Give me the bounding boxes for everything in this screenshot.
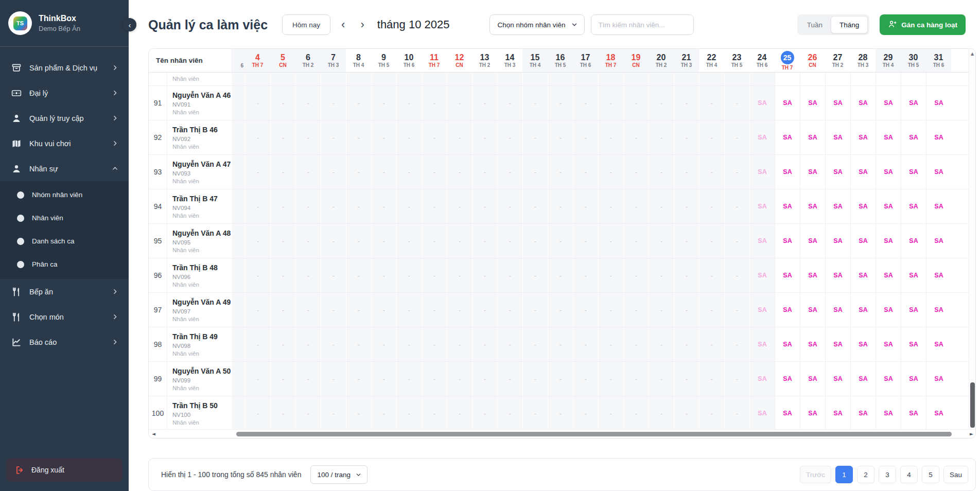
shift-cell[interactable]: - bbox=[346, 258, 371, 292]
shift-cell[interactable]: - bbox=[649, 362, 674, 396]
shift-cell[interactable]: SA bbox=[850, 258, 876, 292]
shift-cell[interactable] bbox=[497, 73, 522, 85]
shift-cell[interactable] bbox=[749, 73, 775, 85]
day-column-header[interactable]: 29 TH 4 bbox=[876, 49, 901, 72]
shift-cell[interactable]: - bbox=[472, 86, 497, 120]
shift-cell[interactable]: SA bbox=[800, 155, 825, 189]
shift-cell[interactable]: SA bbox=[876, 362, 901, 396]
sidebar-item-access[interactable]: Quản lý truy cập bbox=[0, 106, 129, 131]
shift-cell[interactable]: - bbox=[346, 396, 371, 430]
shift-cell[interactable]: - bbox=[724, 86, 749, 120]
shift-cell[interactable] bbox=[396, 73, 422, 85]
employee-cell[interactable]: Nhân viên bbox=[167, 73, 231, 85]
shift-cell[interactable]: - bbox=[295, 258, 321, 292]
shift-cell[interactable]: - bbox=[270, 224, 295, 258]
shift-cell[interactable]: - bbox=[699, 86, 724, 120]
day-column-header[interactable]: 15 TH 4 bbox=[522, 49, 548, 72]
shift-cell[interactable]: - bbox=[371, 396, 396, 430]
shift-cell[interactable]: - bbox=[245, 396, 270, 430]
shift-cell[interactable]: - bbox=[371, 362, 396, 396]
shift-cell[interactable]: SA bbox=[825, 224, 850, 258]
shift-cell[interactable]: - bbox=[699, 155, 724, 189]
shift-cell[interactable]: - bbox=[573, 224, 598, 258]
shift-cell[interactable]: - bbox=[245, 293, 270, 327]
day-column-header[interactable]: 31 TH 6 bbox=[926, 49, 951, 72]
shift-cell[interactable]: - bbox=[346, 327, 371, 361]
shift-cell[interactable]: - bbox=[396, 86, 422, 120]
shift-cell[interactable]: SA bbox=[800, 86, 825, 120]
shift-cell[interactable]: - bbox=[472, 120, 497, 154]
shift-cell[interactable]: - bbox=[548, 189, 573, 223]
shift-cell[interactable]: - bbox=[396, 362, 422, 396]
shift-cell[interactable]: SA bbox=[876, 86, 901, 120]
shift-cell[interactable]: - bbox=[598, 224, 623, 258]
shift-cell[interactable]: - bbox=[497, 362, 522, 396]
shift-cell[interactable]: - bbox=[497, 293, 522, 327]
sidebar-collapse-button[interactable]: ‹ bbox=[123, 18, 136, 31]
shift-cell[interactable]: - bbox=[573, 362, 598, 396]
shift-cell[interactable]: SA bbox=[876, 396, 901, 430]
sidebar-item-playground[interactable]: Khu vui chơi bbox=[0, 131, 129, 156]
shift-cell[interactable]: - bbox=[396, 396, 422, 430]
day-column-header[interactable]: 6 TH 2 bbox=[295, 49, 321, 72]
shift-cell[interactable]: - bbox=[447, 120, 472, 154]
shift-cell[interactable]: - bbox=[573, 86, 598, 120]
shift-cell[interactable]: - bbox=[674, 155, 699, 189]
day-column-header[interactable]: 5 CN bbox=[270, 49, 295, 72]
shift-cell[interactable]: - bbox=[573, 155, 598, 189]
shift-cell[interactable]: - bbox=[295, 327, 321, 361]
shift-cell[interactable]: - bbox=[270, 396, 295, 430]
shift-cell[interactable]: - bbox=[396, 327, 422, 361]
shift-cell[interactable]: SA bbox=[749, 258, 775, 292]
shift-cell[interactable]: SA bbox=[901, 86, 926, 120]
shift-cell[interactable]: SA bbox=[825, 155, 850, 189]
shift-cell[interactable]: - bbox=[245, 86, 270, 120]
shift-cell[interactable]: SA bbox=[800, 362, 825, 396]
shift-cell[interactable]: - bbox=[598, 396, 623, 430]
shift-cell[interactable]: - bbox=[598, 327, 623, 361]
shift-cell[interactable]: SA bbox=[926, 258, 951, 292]
day-column-header[interactable]: 28 TH 3 bbox=[850, 49, 876, 72]
shift-cell[interactable]: - bbox=[295, 86, 321, 120]
shift-cell[interactable]: - bbox=[649, 86, 674, 120]
day-column-header[interactable]: 27 TH 2 bbox=[825, 49, 850, 72]
shift-cell[interactable]: - bbox=[674, 224, 699, 258]
shift-cell[interactable]: - bbox=[245, 120, 270, 154]
sidebar-item-reports[interactable]: Báo cáo bbox=[0, 329, 129, 355]
shift-cell[interactable]: - bbox=[674, 327, 699, 361]
shift-cell[interactable]: SA bbox=[775, 224, 800, 258]
shift-cell[interactable]: - bbox=[522, 120, 548, 154]
employee-cell[interactable]: Nguyễn Văn A 49 NV097 Nhân viên bbox=[167, 293, 231, 327]
shift-cell[interactable] bbox=[447, 73, 472, 85]
scroll-left-icon[interactable]: ◄ bbox=[152, 431, 155, 436]
shift-cell[interactable]: SA bbox=[749, 189, 775, 223]
shift-cell[interactable] bbox=[346, 73, 371, 85]
shift-cell[interactable]: - bbox=[422, 258, 447, 292]
shift-cell[interactable]: - bbox=[699, 327, 724, 361]
shift-cell[interactable]: - bbox=[245, 155, 270, 189]
shift-cell[interactable]: SA bbox=[800, 327, 825, 361]
shift-cell[interactable]: - bbox=[699, 362, 724, 396]
shift-cell[interactable]: - bbox=[422, 293, 447, 327]
shift-cell[interactable]: - bbox=[422, 327, 447, 361]
shift-cell[interactable]: SA bbox=[800, 396, 825, 430]
next-month-button[interactable]: › bbox=[356, 19, 369, 30]
shift-cell[interactable]: - bbox=[346, 155, 371, 189]
shift-cell[interactable]: - bbox=[321, 189, 346, 223]
day-column-header[interactable]: 16 TH 5 bbox=[548, 49, 573, 72]
shift-cell[interactable]: SA bbox=[825, 396, 850, 430]
employee-cell[interactable]: Nguyễn Văn A 50 NV099 Nhân viên bbox=[167, 362, 231, 396]
shift-cell[interactable]: - bbox=[699, 396, 724, 430]
shift-cell[interactable]: - bbox=[522, 293, 548, 327]
shift-cell[interactable]: - bbox=[573, 327, 598, 361]
shift-cell-clipped[interactable] bbox=[231, 120, 245, 154]
employee-cell[interactable]: Trần Thị B 50 NV100 Nhân viên bbox=[167, 396, 231, 430]
shift-cell[interactable]: - bbox=[649, 396, 674, 430]
shift-cell[interactable]: - bbox=[649, 293, 674, 327]
shift-cell[interactable]: SA bbox=[749, 362, 775, 396]
shift-cell[interactable]: SA bbox=[775, 189, 800, 223]
shift-cell[interactable]: - bbox=[447, 396, 472, 430]
prev-month-button[interactable]: ‹ bbox=[337, 19, 349, 30]
shift-cell[interactable] bbox=[295, 73, 321, 85]
day-column-header[interactable]: 23 TH 5 bbox=[724, 49, 749, 72]
